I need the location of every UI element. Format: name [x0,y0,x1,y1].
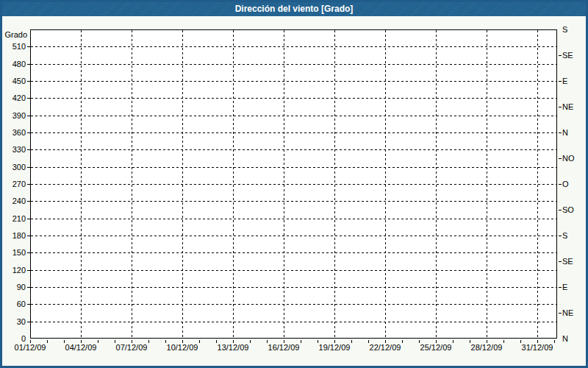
h-gridline [31,46,557,47]
y-left-tick-label: 30 [2,317,26,327]
x-tick-label: 22/12/09 [360,343,410,353]
x-minor-tick [30,340,31,343]
y-left-tick-label: 390 [2,111,26,121]
y-right-tick-label: E [562,283,584,292]
h-gridline [31,167,557,168]
y-left-tick [27,98,30,99]
x-tick-label: 28/12/09 [462,343,512,353]
h-gridline [31,64,557,65]
y-left-tick-label: 120 [2,266,26,275]
y-left-tick [27,219,30,219]
h-gridline [31,116,557,116]
h-gridline [31,252,557,253]
y-right-tick [559,313,562,314]
x-minor-tick [470,340,470,343]
x-minor-tick [267,340,268,343]
y-axis-unit-label: Grado [2,30,27,40]
y-left-tick [27,149,30,150]
v-gridline [487,30,487,339]
y-right-tick [559,55,562,56]
y-left-tick-label: 210 [2,214,26,224]
y-left-tick-label: 330 [2,145,26,155]
x-minor-tick [520,340,521,343]
x-minor-tick [182,340,183,343]
y-left-tick-label: 420 [2,93,26,103]
h-gridline [31,304,557,305]
x-minor-tick [148,340,149,343]
y-left-tick [27,304,30,305]
y-left-tick [27,116,30,116]
x-tick-label: 01/12/09 [5,343,55,353]
x-minor-tick [98,340,98,343]
y-right-tick [559,184,562,185]
h-gridline [31,132,557,133]
y-left-tick-label: 60 [2,300,26,309]
x-tick-label: 10/12/09 [157,343,207,353]
v-gridline [182,30,183,339]
x-minor-tick [554,340,555,343]
y-left-tick [27,64,30,65]
y-right-tick [559,261,562,262]
y-right-tick [559,287,562,288]
y-left-tick-label: 300 [2,163,26,172]
x-minor-tick [537,340,538,343]
y-left-tick-label: 90 [2,283,26,292]
x-minor-tick [368,340,369,343]
y-left-tick-label: 450 [2,77,26,86]
v-gridline [284,30,284,339]
y-left-tick [27,322,30,322]
y-left-tick [27,46,30,47]
x-minor-tick [419,340,420,343]
h-gridline [31,236,557,236]
x-minor-tick [47,340,48,343]
v-gridline [436,30,437,339]
x-minor-tick [115,340,115,343]
y-left-tick [27,252,30,253]
v-gridline [81,30,82,339]
y-right-tick-label: O [562,180,584,189]
v-gridline [385,30,386,339]
y-right-tick-label: SE [562,51,584,60]
h-gridline [31,184,557,185]
y-right-tick-label: E [562,77,584,86]
x-tick-label: 04/12/09 [56,343,106,353]
y-left-tick-label: 510 [2,42,26,52]
x-minor-tick [165,340,166,343]
chart-window: Dirección del viento [Grado] Grado 03060… [0,0,588,368]
x-minor-tick [301,340,301,343]
y-left-tick [27,236,30,236]
y-left-tick [27,81,30,82]
h-gridline [31,81,557,82]
y-right-tick [559,210,562,210]
x-minor-tick [64,340,65,343]
h-gridline [31,219,557,219]
x-minor-tick [385,340,386,343]
h-gridline [31,98,557,99]
x-minor-tick [250,340,251,343]
x-minor-tick [318,340,318,343]
x-minor-tick [233,340,234,343]
x-minor-tick [81,340,82,343]
h-gridline [31,201,557,202]
x-minor-tick [503,340,504,343]
x-minor-tick [402,340,403,343]
x-minor-tick [284,340,284,343]
y-right-tick-label: NE [562,102,584,112]
h-gridline [31,149,557,150]
x-tick-label: 19/12/09 [309,343,359,353]
y-right-tick-label: NE [562,308,584,318]
y-left-tick [27,287,30,288]
y-left-tick [27,201,30,202]
y-right-tick-label: SE [562,257,584,266]
h-gridline [31,270,557,271]
y-right-tick-label: N [562,334,584,344]
x-minor-tick [334,340,335,343]
y-left-tick [27,184,30,185]
y-left-tick-label: 240 [2,197,26,206]
x-tick-label: 25/12/09 [411,343,461,353]
y-left-tick-label: 150 [2,248,26,258]
v-gridline [334,30,335,339]
x-minor-tick [216,340,217,343]
v-gridline [537,30,538,339]
y-left-tick-label: 480 [2,60,26,69]
